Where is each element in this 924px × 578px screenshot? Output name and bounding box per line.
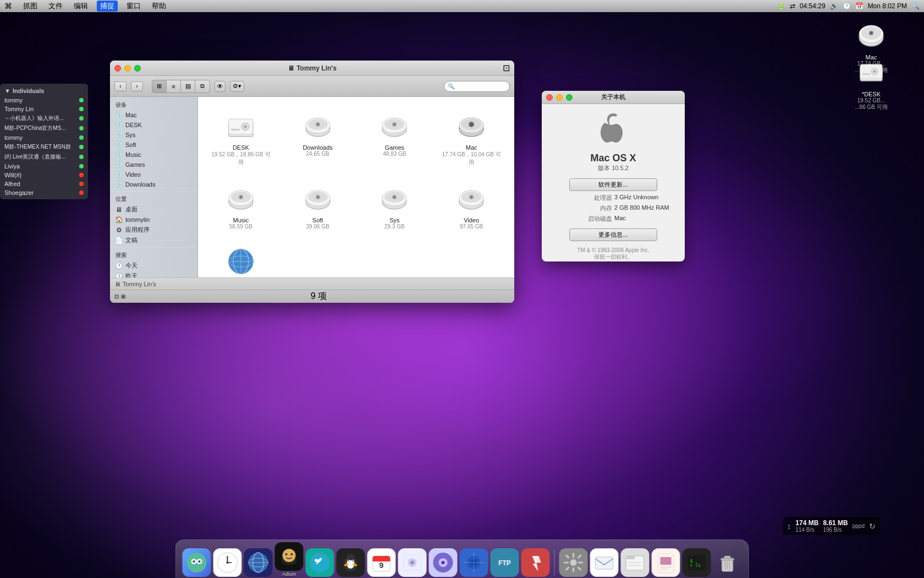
menubar-search-icon[interactable]: 🔍 <box>911 2 920 10</box>
about-minimize-button[interactable] <box>556 94 563 101</box>
dock-item-mail[interactable] <box>590 548 619 577</box>
close-button[interactable] <box>114 65 121 72</box>
im-item-tommy2[interactable]: tommy <box>0 133 88 142</box>
file-item-network[interactable]: 网络 <box>207 242 275 277</box>
sidebar-item-tommylin[interactable]: 🏠 tommylin <box>110 215 197 225</box>
dock-item-flashlight[interactable] <box>521 548 550 577</box>
dock-item-ftp[interactable]: FTP <box>491 548 519 577</box>
desk-file-size: 19.52 GB，18.86 GB 可用 <box>210 151 272 166</box>
more-info-button[interactable]: 更多信息... <box>569 228 657 241</box>
expand-icon[interactable]: ⊡ <box>114 293 119 299</box>
sidebar-item-yesterday[interactable]: 🕐 昨天 <box>110 271 197 277</box>
games-file-icon <box>378 109 411 142</box>
dock-item-preview[interactable] <box>652 548 680 577</box>
downloads-file-size: 24.65 GB <box>306 151 329 157</box>
dock-item-calendar[interactable]: 9 <box>367 548 396 577</box>
net-refresh-icon[interactable]: ↻ <box>869 522 876 531</box>
sidebar-item-apps[interactable]: ⚙ 应用程序 <box>110 225 197 235</box>
sidebar-item-video[interactable]: 💿 Video <box>110 170 197 179</box>
about-window: 关于本机 Mac OS X 版本 10.5.2 软件更新... 处理器 3 GH… <box>542 91 685 261</box>
dock-item-twitter[interactable] <box>306 548 334 577</box>
im-item-liviya[interactable]: Liviya <box>0 162 88 171</box>
sidebar-item-games[interactable]: 💿 Games <box>110 160 197 170</box>
im-item-tommylin[interactable]: Tommy Lin <box>0 105 88 113</box>
dock-divider <box>554 549 555 576</box>
software-update-button[interactable]: 软件更新... <box>569 178 657 191</box>
finder-pathbar: 🖥 Tommy Lin's <box>110 277 514 290</box>
sidebar-item-docs[interactable]: 📄 文稿 <box>110 235 197 246</box>
adium-dock-label: Adium <box>282 571 296 577</box>
eye-btn[interactable]: 👁 <box>215 81 226 92</box>
im-item-alfred[interactable]: Alfred <box>0 179 88 188</box>
back-button[interactable]: ‹ <box>114 81 127 91</box>
file-item-mac[interactable]: Mac 17.74 GB，10.04 GB 可用 <box>437 106 505 170</box>
file-item-soft[interactable]: Soft 39.06 GB <box>284 178 352 233</box>
im-item-live[interactable]: (#) Live英汉通（直接输... <box>0 152 88 162</box>
dock-item-terminal[interactable]: $ _ > ls <box>683 548 711 577</box>
file-item-downloads[interactable]: Downloads 24.65 GB <box>284 106 352 170</box>
finder-titlebar: 🖥 Tommy Lin's ⊡ <box>110 61 514 76</box>
sidebar-item-desktop[interactable]: 🖥 桌面 <box>110 204 197 215</box>
file-item-video[interactable]: Video 97.65 GB <box>437 178 505 233</box>
svg-point-24 <box>393 123 395 126</box>
svg-point-65 <box>227 561 229 564</box>
sidebar-item-today[interactable]: 🕐 今天 <box>110 260 197 271</box>
downloads-sidebar-icon: 💿 <box>114 181 123 188</box>
desk-icon-size: 19.52 GB... <box>857 97 886 103</box>
music-file-size: 58.59 GB <box>229 223 252 230</box>
about-close-button[interactable] <box>546 94 553 101</box>
coverflow-view-btn[interactable]: ⧉ <box>195 80 210 92</box>
dock-item-iphoto[interactable] <box>398 548 427 577</box>
apple-menu-icon[interactable]: ⌘ <box>4 2 12 10</box>
sidebar-item-desk[interactable]: 💿 DESK <box>110 120 197 130</box>
maximize-button[interactable] <box>134 65 141 72</box>
menubar-window[interactable]: 窗口 <box>124 1 143 11</box>
action-btn[interactable]: ⚙▾ <box>230 81 244 92</box>
about-maximize-button[interactable] <box>566 94 573 101</box>
im-item-themex[interactable]: M群-THEMEX.NET MSN群 <box>0 142 88 152</box>
finder-resize-icon[interactable]: ⊡ <box>503 63 510 73</box>
yesterday-icon: 🕐 <box>114 272 123 278</box>
minimize-button[interactable] <box>124 65 131 72</box>
sidebar-item-mac[interactable]: 💿 Mac <box>110 110 197 120</box>
sidebar-item-music[interactable]: 💿 Music <box>110 150 197 160</box>
sidebar-item-downloads[interactable]: 💿 Downloads <box>110 179 197 189</box>
desk-file-name: DESK <box>233 144 249 151</box>
menubar-capture[interactable]: 抓图 <box>21 1 40 11</box>
im-item-tommy1[interactable]: tommy <box>0 96 88 105</box>
forward-button[interactable]: › <box>131 81 143 91</box>
dock-item-clock[interactable] <box>213 548 242 577</box>
file-item-desk[interactable]: DESK 19.52 GB，18.86 GB 可用 <box>207 106 275 170</box>
file-item-sys[interactable]: Sys 29.3 GB <box>361 178 429 233</box>
dock-item-finder[interactable] <box>183 548 211 577</box>
dock-item-itunes[interactable] <box>429 548 458 577</box>
column-view-btn[interactable]: ▤ <box>181 80 195 92</box>
expand2-icon[interactable]: ⊞ <box>121 293 125 299</box>
menubar-help[interactable]: 帮助 <box>150 1 168 11</box>
sidebar-item-soft[interactable]: 💿 Soft <box>110 140 197 150</box>
dock-item-sysprefs[interactable] <box>559 548 588 577</box>
menubar-edit[interactable]: 编辑 <box>72 1 90 11</box>
sidebar-item-sys[interactable]: 💿 Sys <box>110 130 197 140</box>
dock-item-browser[interactable] <box>460 548 488 577</box>
menubar-volume-icon[interactable]: 🔊 <box>830 2 838 10</box>
menubar-left: ⌘ 抓图 文件 编辑 捕捉 窗口 帮助 <box>4 1 168 12</box>
dock-item-messenger[interactable] <box>337 548 365 577</box>
search-bar[interactable]: 🔍 <box>444 81 510 92</box>
file-item-games[interactable]: Games 48.83 GB <box>361 106 429 170</box>
im-item-will[interactable]: Will(#) <box>0 171 88 179</box>
file-item-music[interactable]: Music 58.59 GB <box>207 178 275 233</box>
icon-view-btn[interactable]: ⊞ <box>152 80 167 92</box>
dock-item-trash[interactable] <box>713 548 742 577</box>
im-item-shoegazer[interactable]: Shoegazer <box>0 188 88 197</box>
menubar-grab[interactable]: 捕捉 <box>97 1 118 12</box>
dock-item-network[interactable] <box>244 548 273 577</box>
menubar-file[interactable]: 文件 <box>46 1 65 11</box>
network-file-icon <box>224 245 257 277</box>
desktop-icon-desk[interactable]: *DESK 19.52 GB... ...86 GB 可用 <box>851 52 891 113</box>
dock-item-adium[interactable]: Adium <box>275 542 304 577</box>
im-item-pcpchina[interactable]: M群-PCPChina官方MS... <box>0 123 88 133</box>
list-view-btn[interactable]: ≡ <box>167 80 181 92</box>
dock-item-filebrowser[interactable] <box>621 548 650 577</box>
im-item-robot[interactable]: ～小机器人》输入外语... <box>0 113 88 123</box>
